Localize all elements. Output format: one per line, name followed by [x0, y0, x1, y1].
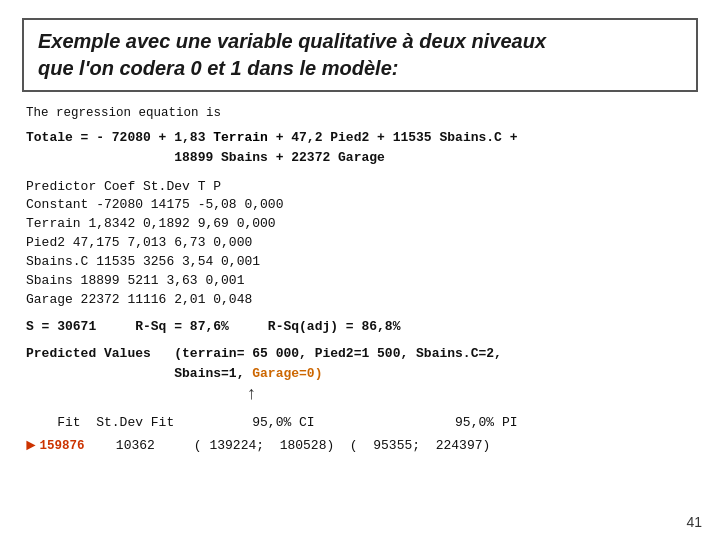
table-row-constant: Constant -72080 14175 -5,08 0,000 [26, 196, 698, 215]
fit-value: 159876 [40, 437, 85, 456]
equation-block: Totale = - 72080 + 1,83 Terrain + 47,2 P… [26, 128, 698, 168]
stats-table: Predictor Coef St.Dev T P Constant -7208… [26, 178, 698, 310]
predicted-block: Predicted Values (terrain= 65 000, Pied2… [26, 344, 698, 405]
title-line2: que l'on codera 0 et 1 dans le modèle: [38, 55, 682, 82]
terrain-highlight: Terrain [213, 130, 268, 145]
fit-header-line: Fit St.Dev Fit 95,0% CI 95,0% PI [26, 412, 698, 433]
content-area: The regression equation is Totale = - 72… [22, 106, 698, 458]
predicted-line1: Predicted Values (terrain= 65 000, Pied2… [26, 344, 698, 364]
equation-line1: Totale = - 72080 + 1,83 Terrain + 47,2 P… [26, 128, 698, 148]
table-row-pied2: Pied2 47,175 7,013 6,73 0,000 [26, 234, 698, 253]
arrow-icon: ► [26, 434, 36, 458]
title-box: Exemple avec une variable qualitative à … [22, 18, 698, 92]
table-row-sbainsc: Sbains.C 11535 3256 3,54 0,001 [26, 253, 698, 272]
slide: Exemple avec une variable qualitative à … [0, 0, 720, 540]
table-header: Predictor Coef St.Dev T P [26, 178, 698, 197]
equation-line2: 18899 Sbains + 22372 Garage [26, 148, 698, 168]
arrow-up: ↑ [26, 384, 698, 406]
table-row-terrain: Terrain 1,8342 0,1892 9,69 0,000 [26, 215, 698, 234]
garage-orange: Garage=0) [252, 366, 322, 381]
rsq-line: S = 30671 R-Sq = 87,6% R-Sq(adj) = 86,8% [26, 319, 698, 334]
title-line1: Exemple avec une variable qualitative à … [38, 28, 682, 55]
fit-line: ► 159876 10362 ( 139224; 180528) ( 95355… [26, 434, 698, 458]
table-row-garage: Garage 22372 11116 2,01 0,048 [26, 291, 698, 310]
table-row-sbains: Sbains 18899 5211 3,63 0,001 [26, 272, 698, 291]
regression-header: The regression equation is [26, 106, 698, 120]
predicted-line2: Sbains=1, Garage=0) [26, 364, 698, 384]
page-number: 41 [686, 514, 702, 530]
